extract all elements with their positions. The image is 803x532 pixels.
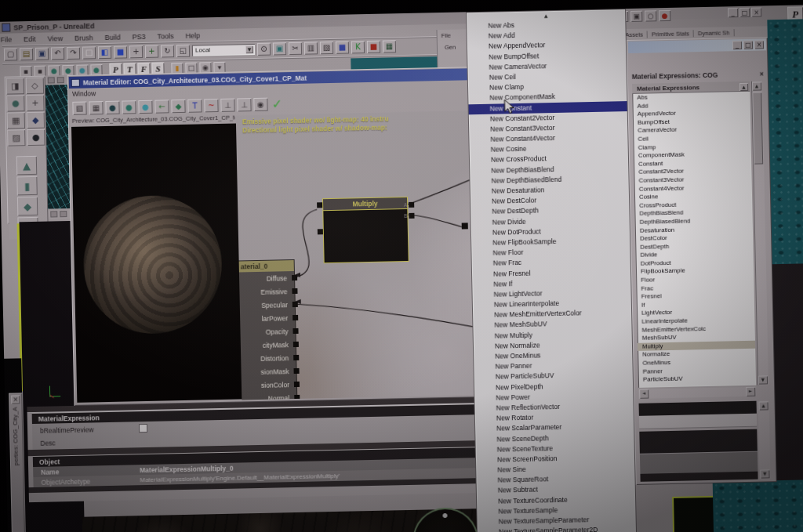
browser-toolbar-icon[interactable]: ○	[645, 10, 656, 21]
mode-icon[interactable]: ▦	[7, 112, 25, 128]
input-connector[interactable]	[409, 202, 414, 208]
texture-viewport-right[interactable]	[767, 19, 803, 264]
material-toolbar-icon[interactable]: ▧	[72, 101, 86, 114]
primitive-icon[interactable]: ▮	[16, 176, 37, 196]
scroll-up-icon2[interactable]: ▲	[759, 401, 768, 410]
menu-item[interactable]: Tools	[157, 32, 173, 40]
toolbar-icon[interactable]: ●	[90, 64, 102, 75]
toolbar-icon[interactable]: ▢	[4, 48, 17, 60]
material-channel-pin[interactable]: larPower	[240, 311, 295, 325]
pin-connector[interactable]	[292, 275, 297, 280]
speaker-gizmo[interactable]	[412, 507, 479, 532]
multiply-input[interactable]: B	[404, 213, 414, 219]
toolbar-icon[interactable]: □	[185, 62, 197, 73]
toolbar-icon[interactable]: +	[129, 45, 143, 57]
menu-item[interactable]: View	[48, 34, 64, 42]
browser-tab[interactable]: Dynamic Sh	[694, 29, 735, 37]
pin-connector[interactable]	[292, 302, 298, 307]
panel-close-icon[interactable]: ×	[760, 70, 764, 78]
material-channel-pin[interactable]: Distortion	[241, 351, 296, 365]
material-channel-pin[interactable]: cityMask	[241, 338, 296, 352]
collapse-icon[interactable]: ▲	[739, 82, 748, 90]
toolbar-icon[interactable]: ↶	[51, 47, 64, 60]
material-toolbar-icon[interactable]: ●	[122, 100, 136, 114]
close-icon[interactable]: ×	[11, 395, 20, 404]
input-connector[interactable]	[409, 213, 414, 219]
material-toolbar-icon[interactable]: ●	[138, 100, 152, 113]
viewport-icon3[interactable]	[50, 211, 57, 217]
maximize-button[interactable]: □	[743, 41, 753, 49]
material-channel-pin[interactable]: Normal	[242, 391, 296, 400]
expressions-window-titlebar[interactable]: _ □ ×	[628, 38, 766, 53]
multiply-output-connector2[interactable]	[318, 229, 323, 234]
material-channel-pin[interactable]: Specular	[240, 298, 295, 312]
mode-icon[interactable]: ●	[6, 95, 24, 111]
toolbar-icon[interactable]: ↻	[161, 45, 174, 57]
material-toolbar-icon[interactable]: ▦	[89, 101, 103, 114]
toolbar-icon[interactable]: ▾	[213, 61, 225, 72]
scroll-up-icon[interactable]: ▲	[752, 81, 761, 90]
toolbar-icon[interactable]: ◱	[176, 44, 190, 56]
pin-connector[interactable]	[294, 368, 300, 374]
mode-icon[interactable]: ◨	[6, 78, 24, 94]
pin-connector[interactable]	[293, 355, 299, 360]
expression-list-item[interactable]: ParticleSubUV	[638, 374, 756, 385]
toolbar-icon[interactable]: ▦	[383, 40, 396, 52]
menu-item[interactable]: Edit	[24, 34, 36, 42]
window-button[interactable]: ×	[751, 7, 761, 16]
level-viewport-floor[interactable]: Y	[82, 508, 478, 532]
window-button[interactable]: _	[728, 8, 738, 17]
material-channel-pin[interactable]: sionColor	[242, 378, 296, 392]
material-toolbar-icon[interactable]: ◆	[171, 99, 185, 112]
material-toolbar-icon[interactable]: ←	[154, 100, 169, 113]
toolbar-icon[interactable]: ●	[62, 64, 74, 75]
menu-item[interactable]: File	[1, 35, 13, 43]
toolbar-icon[interactable]: ↷	[67, 46, 80, 59]
material-toolbar-icon[interactable]: ●	[105, 100, 119, 114]
menu-item[interactable]: Build	[104, 33, 120, 41]
material-toolbar-icon[interactable]: ◉	[253, 97, 267, 110]
multiply-input[interactable]: A	[404, 202, 414, 208]
scroll-down-icon[interactable]: ▼	[758, 375, 768, 384]
scroll-right-icon[interactable]: ►	[746, 387, 755, 396]
pin-connector[interactable]	[292, 315, 298, 320]
browser-toolbar-icon[interactable]: ▣	[630, 11, 642, 22]
viewport-icon[interactable]	[48, 77, 55, 83]
toolbar-icon[interactable]: ▮	[171, 62, 183, 73]
browser-toolbar-icon[interactable]: ●	[659, 10, 670, 21]
scrollbar-thumb[interactable]	[752, 92, 763, 164]
toolbar-icon[interactable]: ■	[336, 41, 349, 53]
toolbar-icon[interactable]: ⊙	[257, 42, 271, 55]
viewport-icon2[interactable]	[57, 77, 64, 83]
pin-connector[interactable]	[293, 342, 299, 347]
multiply-output-connector[interactable]	[317, 202, 322, 208]
toolbar-icon[interactable]: ●	[48, 65, 60, 76]
pin-connector[interactable]	[292, 328, 298, 334]
toolbar-icon[interactable]: ▣	[273, 42, 286, 55]
texture-viewport-bottom-right[interactable]	[713, 480, 803, 532]
toolbar-icon[interactable]: ▨	[320, 41, 333, 53]
menu-item[interactable]: Brush	[74, 34, 93, 42]
material-toolbar-icon[interactable]: ⊥	[220, 98, 234, 111]
toolbar-icon[interactable]: ◉	[199, 62, 211, 73]
mode-icon[interactable]: ◇	[26, 78, 44, 94]
toolbar-icon[interactable]: ■	[114, 45, 127, 58]
browser-file-menu[interactable]: File	[438, 29, 467, 39]
material-channel-pin[interactable]: Emissive	[239, 284, 294, 299]
viewport-icon4[interactable]	[60, 211, 67, 217]
brealtimepreview-checkbox[interactable]	[139, 424, 147, 432]
browser-tab[interactable]: Primitive Stats	[648, 30, 694, 38]
material-node[interactable]: aterial_0 DiffuseEmissiveSpecularlarPowe…	[239, 259, 298, 400]
toolbar-icon[interactable]: ●	[76, 64, 88, 75]
close-button[interactable]: ×	[754, 40, 764, 49]
scroll-left-icon[interactable]: ◄	[639, 389, 649, 399]
material-channel-pin[interactable]: Opacity	[240, 324, 295, 338]
toolbar-icon[interactable]: ✂	[289, 42, 302, 54]
property-value-name[interactable]: MaterialExpressionMultiply_0	[140, 464, 234, 474]
primitive-icon[interactable]: ▲	[16, 156, 37, 176]
toolbar-icon[interactable]: +	[145, 45, 158, 57]
scroll-down-icon2[interactable]: ▼	[760, 469, 769, 478]
multiply-node[interactable]: Multiply AB	[322, 197, 409, 263]
toolbar-icon[interactable]: ▪	[20, 65, 31, 76]
menu-item[interactable]: Help	[185, 31, 200, 39]
